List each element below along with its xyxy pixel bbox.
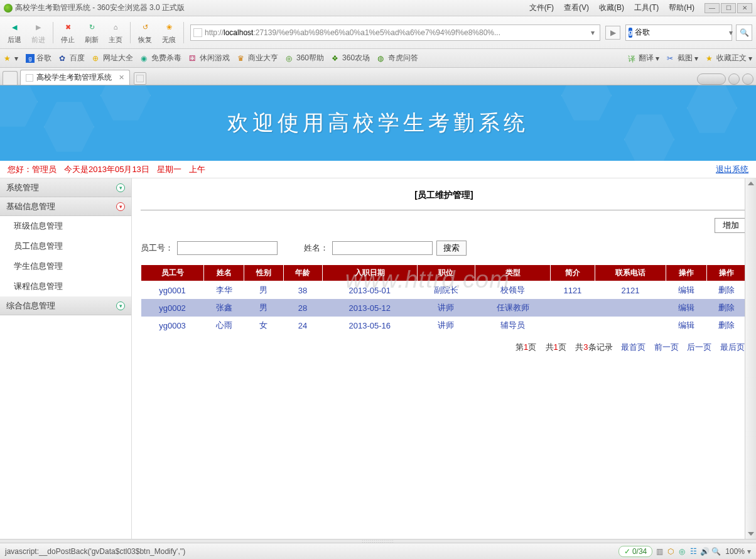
refresh-button[interactable]: ↻刷新 [81,20,102,45]
restore-button[interactable]: ↺恢复 [134,20,156,45]
favtext-button[interactable]: ★收藏正文 ▾ [706,53,752,63]
search-input[interactable] [635,28,729,37]
edit-link[interactable]: 编辑 [678,320,694,330]
search-button[interactable]: 🔍 [736,24,752,41]
del-link[interactable]: 删除 [718,303,735,312]
bm-label: 截图 [678,53,693,63]
pager-last[interactable]: 最后页 [720,342,745,352]
bookmark-antivirus[interactable]: ◉免费杀毒 [141,53,181,63]
sidebar-item-staff[interactable]: 员工信息管理 [0,236,131,256]
pager-next[interactable]: 后一页 [687,342,711,352]
scrollbar-vertical[interactable] [745,178,756,539]
browser-menubar: 文件(F) 查看(V) 收藏(B) 工具(T) 帮助(H) [529,3,694,13]
bookmark-baidu[interactable]: ✿百度 [59,53,85,63]
search-box[interactable]: g ▾ [625,24,732,41]
check-icon: ✓ [624,547,630,556]
sidebar-item-course[interactable]: 课程信息管理 [0,276,131,296]
sidebar-item-student[interactable]: 学生信息管理 [0,256,131,276]
go-button[interactable]: ▶ [605,26,620,40]
home-button[interactable]: ⌂主页 [105,20,126,45]
status-icon[interactable]: 🔊 [700,547,709,556]
tab-sidebar-toggle[interactable] [3,71,18,85]
status-icon[interactable]: ⬡ [666,547,675,556]
bookmark-games[interactable]: ⚃休闲游戏 [189,53,230,63]
menu-favorites[interactable]: 收藏(B) [599,3,624,13]
status-icon[interactable]: ▥ [655,547,664,556]
menu-tools[interactable]: 工具(T) [634,3,659,13]
bookmark-business[interactable]: ♛商业大亨 [237,53,278,63]
incognito-button[interactable]: ❀无痕 [158,20,180,45]
sidebar-menu-comprehensive[interactable]: 综合信息管理 ▾ [0,296,131,315]
banner: 欢迎使用高校学生考勤系统 [0,85,756,161]
sidebar-menu-system[interactable]: 系统管理 ▾ [0,178,131,197]
screenshot-button[interactable]: ✂截图 ▾ [667,53,698,63]
sidebar-menu-basic[interactable]: 基础信息管理 ▾ [0,197,131,216]
tab-collapse-button[interactable] [697,73,726,85]
weekday-label: 星期一 [157,164,181,175]
360-icon: ◎ [286,54,294,63]
edit-link[interactable]: 编辑 [678,303,694,312]
menu-view[interactable]: 查看(V) [564,3,589,13]
close-button[interactable]: ✕ [737,3,752,13]
page-icon [26,74,33,82]
tab-active[interactable]: 高校学生考勤管理系统 ✕ [20,70,130,85]
date-label: 今天是2013年05月13日 [64,164,149,175]
tab-close-icon[interactable]: ✕ [119,73,124,82]
bookmark-360farm[interactable]: ❖360农场 [332,53,370,63]
search-button[interactable]: 搜索 [436,241,467,256]
pager-text: 页 [528,342,536,352]
cell-name: 张鑫 [204,299,244,317]
cell-del: 删除 [706,317,747,334]
dropdown-icon[interactable]: ▾ [591,28,595,37]
col-type: 类型 [475,265,551,281]
add-button[interactable]: 增加 [715,218,747,233]
zoom-icon[interactable]: 🔍 [711,547,720,556]
col-intro: 简介 [551,265,595,281]
cell-age: 24 [283,317,322,334]
block-count-pill[interactable]: ✓0/34 [618,546,652,557]
col-op1: 操作 [666,265,706,281]
minimize-button[interactable]: — [705,3,720,13]
separator [183,22,184,43]
cell-name: 心雨 [204,317,244,334]
sidebar-item-class[interactable]: 班级信息管理 [0,216,131,236]
paw-icon: ❀ [162,20,176,34]
expand-icon: ▾ [116,301,125,310]
pager-prev[interactable]: 前一页 [654,342,679,352]
bookmark-qihoo[interactable]: ◍奇虎问答 [377,53,418,63]
zoom-dropdown-icon[interactable]: ▾ [747,547,751,556]
status-icon[interactable]: ☷ [689,547,698,556]
back-button[interactable]: ◀后退 [4,20,25,45]
menu-file[interactable]: 文件(F) [529,3,554,13]
col-name: 姓名 [204,265,244,281]
bookmarks-star[interactable]: ★▾ [4,54,18,63]
translate-button[interactable]: 译翻译 ▾ [628,53,659,63]
menu-label: 基础信息管理 [6,201,55,212]
search-row: 员工号： 姓名： 搜索 [141,241,747,256]
status-icon[interactable]: ◎ [678,547,686,556]
del-link[interactable]: 删除 [718,285,735,295]
name-input[interactable] [332,241,433,255]
logout-link[interactable]: 退出系统 [716,164,748,175]
staff-table: 员工号 姓名 性别 年龄 入职日期 职位 类型 简介 联系电话 操作 操作 yg… [141,264,747,334]
stop-button[interactable]: ✖停止 [57,20,78,45]
edit-link[interactable]: 编辑 [678,285,694,295]
bm-label: 360农场 [342,53,370,63]
new-tab-button[interactable] [134,72,146,85]
del-link[interactable]: 删除 [718,320,735,330]
menu-help[interactable]: 帮助(H) [669,3,694,13]
staff-id-input[interactable] [177,241,278,255]
pane-resizer[interactable]: :::::::::::::::: [0,539,756,543]
tab-min-button[interactable] [728,73,740,85]
pager-first[interactable]: 最首页 [621,342,645,352]
bookmark-navsite[interactable]: ⊕网址大全 [92,53,133,63]
bookmark-360help[interactable]: ◎360帮助 [286,53,324,63]
forward-button[interactable]: ▶前进 [28,20,49,45]
bookmark-google[interactable]: g谷歌 [26,53,51,63]
address-bar[interactable]: http://localhost:27139/%e9%ab%98%e6%a0%a… [190,24,600,41]
cell-pos: 讲师 [417,317,475,334]
page-icon [136,75,144,82]
maximize-button[interactable]: ☐ [721,3,736,13]
tab-close-all-button[interactable] [742,73,753,85]
dropdown-icon[interactable]: ▾ [729,28,733,37]
